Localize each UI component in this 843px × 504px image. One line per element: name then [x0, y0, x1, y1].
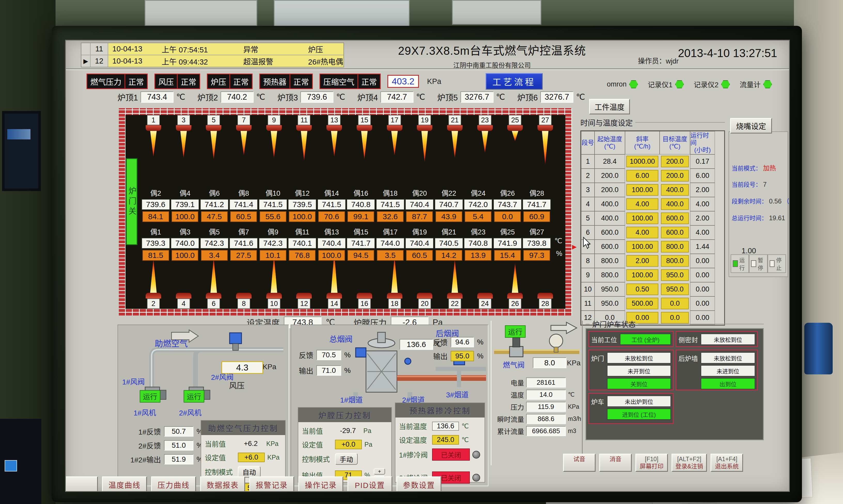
toolbar-button[interactable]: 报警记录 — [249, 476, 294, 492]
schedule-editable-cell[interactable]: 100.00 — [626, 241, 658, 253]
schedule-editable-cell[interactable]: 800.0 — [661, 241, 689, 253]
burner-port — [206, 125, 221, 131]
schedule-editable-cell[interactable]: 600.0 — [661, 213, 689, 224]
schedule-editable-cell[interactable]: 950.0 — [661, 269, 689, 281]
status-badge: 预热器正常 — [259, 74, 313, 89]
meter-value: 14.0 — [526, 390, 566, 400]
schedule-editable-cell[interactable]: 200.0 — [661, 170, 689, 181]
burner-number: 24 — [479, 299, 491, 309]
thermocouple-output-pct: 3.4 — [201, 250, 228, 261]
wall-poster — [452, 0, 541, 25]
meter-value: 115.9 — [526, 402, 566, 412]
state-checkbox-on[interactable]: 运行 — [731, 254, 749, 273]
thermocouple-output-pct: 15.4 — [494, 250, 521, 261]
schedule-editable-cell[interactable]: 6.00 — [626, 170, 658, 181]
action-button[interactable]: [F10]屏幕打印 — [635, 454, 668, 472]
schedule-cell: 28.4 — [594, 155, 625, 168]
toolbar-button[interactable]: 参数设置 — [396, 476, 442, 492]
furnace-top-value: 3276.7 — [461, 91, 494, 103]
thermocouple-name: 偶3 — [179, 227, 190, 236]
thermocouple-cell: 偶25741.915.4 — [493, 227, 522, 261]
action-button[interactable]: 消音 — [599, 454, 632, 472]
action-button[interactable]: [A1+F4]退出系统 — [711, 454, 743, 472]
thermocouple-cell: 偶23740.813.9 — [464, 227, 493, 261]
schedule-editable-cell[interactable]: 2.00 — [626, 255, 658, 267]
thermocouple-name: 偶20 — [412, 188, 427, 198]
thermocouple-name: 偶5 — [209, 227, 220, 236]
schedule-editable-cell[interactable]: 0.50 — [626, 284, 658, 295]
mode-toggle-button[interactable]: 自动 — [238, 466, 261, 478]
action-button[interactable]: [ALT+F2]登录&注销 — [671, 454, 707, 472]
schedule-editable-cell[interactable]: 1000.00 — [626, 156, 658, 167]
schedule-editable-cell[interactable]: 400.0 — [661, 198, 689, 210]
burner: 13 — [321, 115, 348, 164]
thermocouple-name: 偶27 — [530, 227, 544, 236]
state-checkbox-off[interactable]: 停止 — [768, 254, 786, 273]
flame-icon — [390, 257, 399, 293]
burner: 6 — [200, 258, 227, 309]
increment-button[interactable]: + — [374, 468, 385, 474]
thermocouple-name: 偶14 — [324, 188, 339, 198]
wind-pressure-unit: KPa — [263, 363, 276, 371]
alarm-row[interactable]: 1110-04-13上午 07:54:51异常炉压 — [82, 43, 343, 55]
rear-wall-cell: 后炉墙未放松到位未进到位出到位 — [676, 349, 758, 390]
mode-row: 控制模式 手动 — [302, 453, 389, 465]
toolbar-button[interactable]: 数据报表 — [200, 476, 245, 492]
toolbar-button[interactable]: 压力曲线 — [151, 476, 196, 492]
schedule-editable-cell[interactable]: 200.0 — [661, 156, 689, 167]
thermocouple-temp: 739.8 — [522, 238, 551, 249]
remain-label: 段剩余时间： — [732, 198, 767, 205]
setpoint-field[interactable]: +0.0 — [335, 440, 362, 449]
schedule-editable-cell[interactable]: 4.00 — [626, 227, 658, 238]
schedule-editable-cell[interactable]: 400.0 — [661, 184, 689, 196]
status-inactive: 未放松到位 — [701, 353, 755, 363]
out-value[interactable]: 95.0 — [451, 351, 474, 361]
burner-row-bottom: 246810121416182022242628 — [140, 253, 559, 309]
schedule-editable-cell[interactable]: 0.0 — [661, 298, 689, 309]
thermocouple-output-pct: 32.6 — [377, 211, 404, 222]
header-line2: (℃) — [604, 143, 615, 150]
setpoint-field[interactable]: 245.0 — [432, 435, 459, 445]
thermocouple-cell: 偶22740.743.9 — [434, 188, 464, 222]
meter-label: 温度 — [493, 390, 524, 399]
burner-number: 3 — [177, 115, 190, 125]
burner-number: 27 — [539, 115, 552, 125]
schedule-editable-cell[interactable]: 800.0 — [661, 255, 689, 267]
schedule-cell: 400.0 — [594, 197, 625, 211]
schedule-editable-cell[interactable]: 600.0 — [661, 227, 689, 238]
operator-name: wjdr — [666, 57, 679, 65]
alarm-time: 上午 09:44:32 — [158, 55, 239, 67]
alarm-row[interactable]: ▶1210-04-13上午 09:44:32超温报警26#热电偶 — [82, 55, 343, 67]
valve-indicator-icon[interactable] — [472, 474, 480, 482]
schedule-editable-cell[interactable]: 950.0 — [661, 284, 689, 295]
burner: 7 — [230, 115, 257, 164]
schedule-editable-cell[interactable]: 4.00 — [626, 198, 658, 210]
action-button[interactable]: 试音 — [563, 454, 596, 472]
process-flow-button[interactable]: 工艺流程 — [486, 73, 543, 90]
feedback-value: 51.9 — [164, 454, 194, 465]
schedule-editable-cell[interactable]: 100.00 — [626, 213, 658, 224]
toolbar-button[interactable]: 操作记录 — [298, 476, 343, 492]
thermocouple-output-pct: 13.9 — [465, 250, 491, 261]
toolbar-button[interactable]: 温度曲线 — [102, 476, 147, 492]
state-checkbox-off[interactable]: 暂停 — [749, 254, 767, 273]
current-temp-row: 当前温度 136.6 ℃ — [399, 421, 482, 431]
thermocouple-name: 偶16 — [354, 188, 368, 198]
thermocouple-output-pct: 100.0 — [318, 250, 345, 261]
operator-label: 操作员：wjdr — [638, 55, 679, 66]
schedule-editable-cell[interactable]: 500.00 — [626, 298, 658, 309]
toolbar-button-partial[interactable] — [65, 476, 98, 492]
badge-name: 燃气压力 — [87, 74, 125, 88]
burner: 3 — [170, 115, 197, 164]
furnace-top-label: 炉顶5 — [437, 91, 458, 103]
schedule-editable-cell[interactable]: 100.00 — [626, 269, 658, 281]
toolbar-button[interactable]: PID设置 — [347, 476, 392, 492]
valve-indicator-icon[interactable] — [472, 451, 480, 458]
burner-settings-button[interactable]: 烧嘴设定 — [730, 118, 772, 133]
setpoint-field[interactable]: +6.0 — [238, 453, 265, 462]
button-label: 登录&注销 — [675, 463, 703, 470]
mode-toggle-button[interactable]: 手动 — [335, 453, 358, 465]
workpiece-temp-button[interactable]: 工件温度 — [589, 99, 630, 114]
schedule-editable-cell[interactable]: 100.00 — [626, 184, 658, 196]
header-line1: 斜率 — [636, 136, 648, 143]
